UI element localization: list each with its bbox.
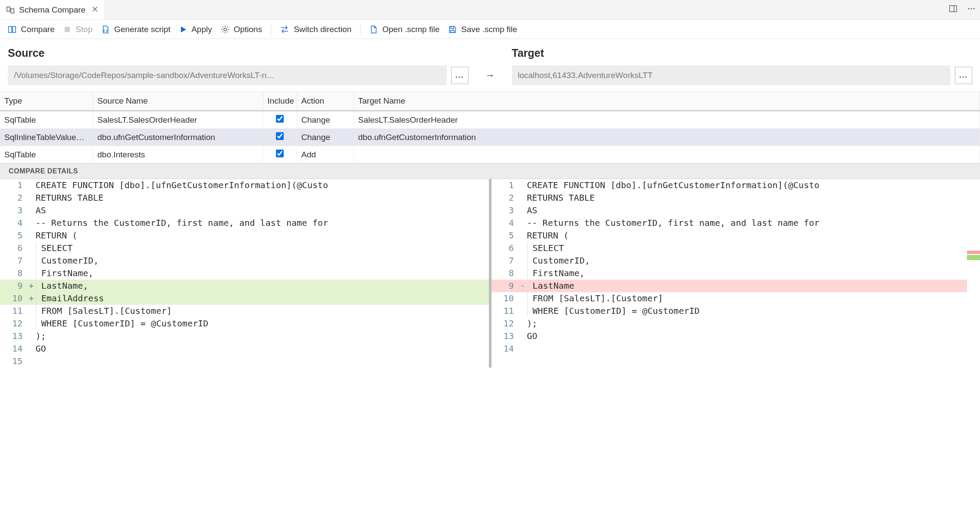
diff-sign — [520, 229, 526, 242]
source-heading: Source — [8, 47, 469, 59]
stop-button: Stop — [63, 25, 92, 34]
cell-type: SqlInlineTableValuedFu… — [0, 129, 93, 146]
toolbar-divider — [271, 25, 271, 34]
code-line: 4-- Returns the CustomerID, first name, … — [0, 217, 489, 229]
swap-icon — [280, 25, 289, 34]
diff-sign — [29, 242, 35, 254]
source-browse-button[interactable]: ... — [451, 67, 469, 84]
diff-sign — [520, 217, 526, 229]
svg-rect-0 — [7, 7, 10, 11]
diff-source-pane[interactable]: 1CREATE FUNCTION [dbo].[ufnGetCustomerIn… — [0, 179, 492, 368]
save-scmp-button[interactable]: Save .scmp file — [448, 25, 517, 34]
col-type[interactable]: Type — [0, 92, 93, 111]
compare-icon — [8, 25, 16, 34]
cell-type: SqlTable — [0, 111, 93, 129]
compare-label: Compare — [21, 25, 55, 34]
diff-sign — [29, 330, 35, 342]
line-number: 12 — [0, 317, 29, 330]
target-path[interactable]: localhost,61433.AdventureWorksLTT — [512, 65, 951, 85]
line-text: CREATE FUNCTION [dbo].[ufnGetCustomerInf… — [526, 179, 980, 192]
code-line: 2RETURNS TABLE — [0, 192, 489, 204]
cell-type: SqlTable — [0, 146, 93, 163]
line-text: WHERE [CustomerID] = @CustomerID — [526, 305, 980, 317]
line-text: LastName — [526, 280, 980, 292]
cell-target: dbo.ufnGetCustomerInformation — [354, 129, 980, 146]
diff-sign — [520, 342, 526, 355]
line-text: GO — [526, 330, 980, 342]
code-line: 8FirstName, — [492, 267, 980, 280]
cell-include — [263, 146, 297, 163]
line-text: FirstName, — [526, 267, 980, 280]
layout-icon[interactable] — [947, 3, 959, 17]
compare-icon — [6, 6, 15, 14]
line-text: FROM [SalesLT].[Customer] — [35, 305, 489, 317]
table-row[interactable]: SqlInlineTableValuedFu…dbo.ufnGetCustome… — [0, 129, 980, 146]
close-icon[interactable] — [90, 3, 100, 16]
code-line: 9-LastName — [492, 280, 980, 292]
tab-schema-compare[interactable]: Schema Compare — [0, 0, 105, 20]
code-line: 12WHERE [CustomerID] = @CustomerID — [0, 317, 489, 330]
minimap[interactable] — [967, 179, 980, 368]
more-icon[interactable] — [965, 3, 977, 17]
switch-direction-button[interactable]: Switch direction — [280, 25, 351, 34]
line-text: EmailAddress — [35, 292, 489, 305]
line-text: GO — [35, 342, 489, 355]
code-line: 5RETURN ( — [0, 229, 489, 242]
target-browse-button[interactable]: ... — [955, 67, 972, 84]
col-source[interactable]: Source Name — [93, 92, 263, 111]
line-text: AS — [526, 204, 980, 217]
cell-source: dbo.Interests — [93, 146, 263, 163]
svg-rect-8 — [13, 26, 16, 33]
save-icon — [448, 25, 457, 34]
svg-rect-11 — [451, 26, 454, 29]
diff-target-pane[interactable]: 1CREATE FUNCTION [dbo].[ufnGetCustomerIn… — [492, 179, 980, 368]
diff-sign — [520, 192, 526, 204]
cell-include — [263, 129, 297, 146]
code-line: 4-- Returns the CustomerID, first name, … — [492, 217, 980, 229]
code-line: 11WHERE [CustomerID] = @CustomerID — [492, 305, 980, 317]
compare-details-header: COMPARE DETAILS — [0, 163, 980, 179]
col-action[interactable]: Action — [297, 92, 354, 111]
code-line: 7CustomerID, — [492, 254, 980, 267]
col-target[interactable]: Target Name — [354, 92, 980, 111]
stop-label: Stop — [75, 25, 92, 34]
include-checkbox[interactable] — [276, 115, 284, 123]
col-include[interactable]: Include — [263, 92, 297, 111]
line-number: 1 — [0, 179, 29, 192]
diff-sign: + — [29, 292, 35, 305]
line-number: 10 — [492, 292, 520, 305]
options-button[interactable]: Options — [221, 25, 262, 34]
compare-button[interactable]: Compare — [8, 25, 55, 34]
line-number: 11 — [492, 305, 520, 317]
code-line: 12); — [492, 317, 980, 330]
tab-bar: Schema Compare — [0, 0, 980, 20]
code-line: 14 — [492, 342, 980, 355]
code-line: 13GO — [492, 330, 980, 342]
cell-target — [354, 146, 980, 163]
code-line: 9+LastName, — [0, 280, 489, 292]
line-number: 13 — [0, 330, 29, 342]
source-path[interactable]: /Volumes/Storage/CodeRepos/sample-sandbo… — [8, 65, 447, 85]
line-number: 5 — [0, 229, 29, 242]
compare-results-table: Type Source Name Include Action Target N… — [0, 91, 980, 163]
line-number: 6 — [0, 242, 29, 254]
code-line: 1CREATE FUNCTION [dbo].[ufnGetCustomerIn… — [0, 179, 489, 192]
diff-sign — [29, 355, 35, 368]
apply-button[interactable]: Apply — [179, 25, 212, 34]
toolbar: Compare Stop Generate script Apply Optio… — [0, 20, 980, 39]
line-text: AS — [35, 204, 489, 217]
line-text: ); — [526, 317, 980, 330]
table-row[interactable]: SqlTabledbo.InterestsAdd — [0, 146, 980, 163]
include-checkbox[interactable] — [276, 150, 284, 157]
diff-sign — [520, 179, 526, 192]
open-scmp-button[interactable]: Open .scmp file — [369, 25, 439, 34]
line-text: SELECT — [35, 242, 489, 254]
line-number: 6 — [492, 242, 520, 254]
diff-sign — [29, 229, 35, 242]
cell-include — [263, 111, 297, 129]
line-number: 11 — [0, 305, 29, 317]
table-row[interactable]: SqlTableSalesLT.SalesOrderHeaderChangeSa… — [0, 111, 980, 129]
svg-rect-12 — [451, 30, 454, 33]
include-checkbox[interactable] — [276, 132, 284, 140]
generate-script-button[interactable]: Generate script — [101, 25, 170, 34]
